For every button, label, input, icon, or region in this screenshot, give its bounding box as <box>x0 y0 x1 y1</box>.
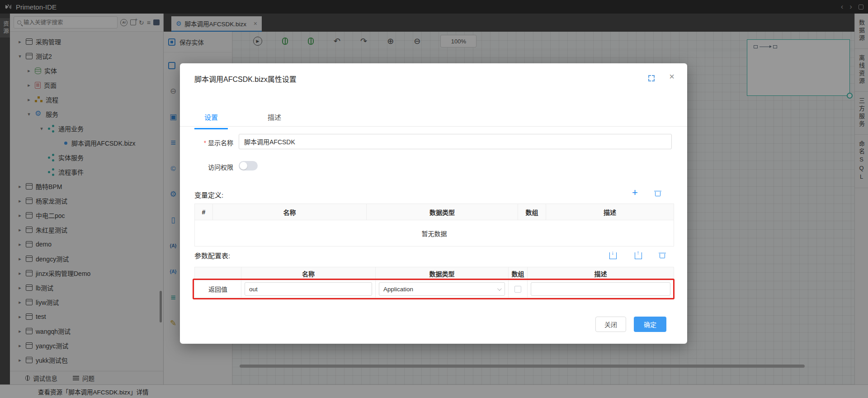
tab-settings[interactable]: 设置 <box>194 112 228 129</box>
delete-param-icon[interactable] <box>659 252 665 258</box>
variables-table: #名称数据类型数组描述 暂无数据 <box>194 204 674 246</box>
delete-variable-icon[interactable] <box>655 190 660 196</box>
variables-table-header-cell: 数组 <box>518 204 546 220</box>
ok-button[interactable]: 确定 <box>634 317 666 332</box>
maximize-icon[interactable] <box>648 75 655 81</box>
param-kind-cell: 返回值 <box>195 280 241 298</box>
close-icon[interactable]: × <box>669 71 675 82</box>
params-table-header-cell: 数组 <box>509 267 528 280</box>
display-name-input[interactable] <box>239 134 672 149</box>
params-table-header-row: 名称数据类型数组描述 <box>195 267 674 280</box>
param-row-return-value: 返回值 Application <box>195 280 674 298</box>
param-type-select[interactable]: Application <box>379 282 505 296</box>
import-params-icon[interactable] <box>609 252 617 259</box>
tabs-divider <box>180 126 687 127</box>
params-table-header-cell: 数据类型 <box>376 267 509 280</box>
export-params-icon[interactable] <box>635 252 642 259</box>
access-label: 访问权限 <box>194 162 233 171</box>
params-table-header-cell <box>195 267 241 280</box>
variables-table-header-cell: # <box>195 204 213 220</box>
params-table: 名称数据类型数组描述 返回值 Application <box>194 267 674 298</box>
param-type-value: Application <box>383 286 413 293</box>
variables-table-header-cell: 名称 <box>213 204 367 220</box>
params-table-header-cell: 名称 <box>241 267 376 280</box>
variables-table-header-cell: 数据类型 <box>367 204 518 220</box>
variables-table-header-cell: 描述 <box>546 204 674 220</box>
param-description-input[interactable] <box>531 282 670 296</box>
param-array-checkbox[interactable] <box>514 286 521 293</box>
dialog-title: 脚本调用AFCSDK.bizx属性设置 <box>194 73 297 84</box>
access-toggle[interactable] <box>239 161 258 171</box>
dialog-tabs: 设置 描述 <box>194 112 291 129</box>
empty-state-text: 暂无数据 <box>195 220 674 246</box>
variables-section-label: 变量定义: <box>194 190 223 199</box>
tab-description[interactable]: 描述 <box>258 112 291 129</box>
variables-table-header-row: #名称数据类型数组描述 <box>195 204 674 220</box>
properties-dialog: 脚本调用AFCSDK.bizx属性设置 × 设置 描述 显示名称 访问权限 变量… <box>180 63 687 344</box>
display-name-label: 显示名称 <box>194 138 233 147</box>
chevron-down-icon <box>497 286 502 291</box>
add-variable-icon[interactable]: + <box>632 188 638 197</box>
params-table-header-cell: 描述 <box>528 267 674 280</box>
close-button[interactable]: 关闭 <box>595 317 626 332</box>
param-name-input[interactable] <box>245 282 372 296</box>
params-section-label: 参数配置表: <box>194 251 230 260</box>
